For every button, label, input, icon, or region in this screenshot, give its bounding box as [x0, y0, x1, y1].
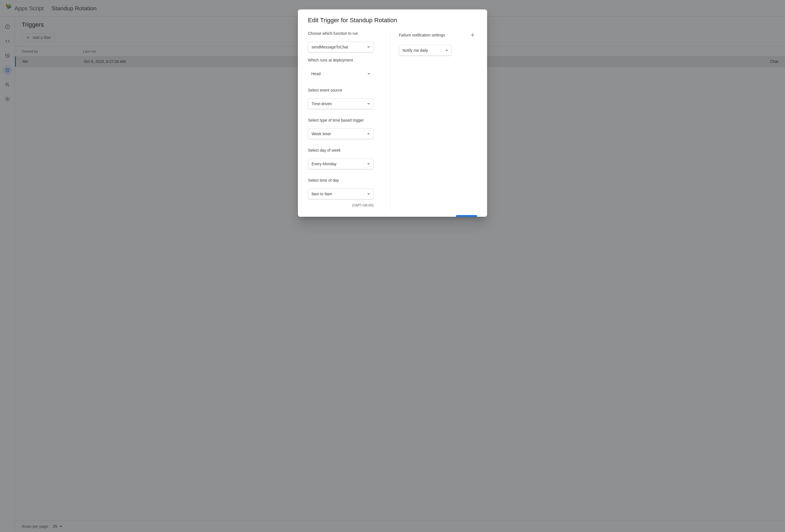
label-time-of-day: Select time of day [308, 178, 380, 182]
dialog-right-column: Failure notification settings Notify me … [390, 29, 479, 213]
select-failure-notification[interactable]: Notify me daily [399, 45, 452, 56]
app-root: Apps Script Standup Rotation [0, 0, 785, 532]
dropdown-arrow-icon [367, 194, 370, 195]
dialog-body[interactable]: Choose which function to run sendMessage… [298, 29, 484, 213]
dialog-actions [298, 213, 487, 217]
label-trigger-type: Select type of time based trigger [308, 118, 380, 122]
edit-trigger-dialog: Edit Trigger for Standup Rotation Choose… [298, 9, 487, 217]
select-function-to-run[interactable]: sendMessageToChat [308, 42, 374, 52]
select-trigger-type-value: Week timer [311, 132, 331, 136]
select-function-value: sendMessageToChat [311, 45, 348, 49]
select-event-source-value: Time-driven [311, 102, 332, 106]
label-failure-notification: Failure notification settings [399, 33, 445, 37]
dropdown-arrow-icon [367, 133, 370, 135]
save-button[interactable] [456, 215, 477, 217]
select-day-of-week[interactable]: Every Monday [308, 159, 374, 169]
label-function-to-run: Choose which function to run [308, 31, 380, 35]
add-notification-button[interactable] [469, 31, 477, 39]
dropdown-arrow-icon [367, 103, 370, 105]
select-day-of-week-value: Every Monday [311, 162, 336, 166]
label-deployment: Which runs at deployment [308, 58, 380, 62]
select-time-of-day[interactable]: 8am to 9am [308, 188, 374, 199]
select-time-of-day-value: 8am to 9am [311, 192, 332, 196]
timezone-hint: (GMT+08:00) [308, 203, 374, 207]
select-deployment[interactable]: Head [308, 69, 374, 79]
dropdown-arrow-icon [367, 163, 370, 165]
select-trigger-type[interactable]: Week timer [308, 129, 374, 139]
dialog-left-column: Choose which function to run sendMessage… [308, 29, 380, 213]
dialog-title: Edit Trigger for Standup Rotation [298, 9, 487, 29]
plus-icon [470, 32, 475, 37]
select-deployment-value: Head [311, 72, 321, 76]
select-failure-notification-value: Notify me daily [403, 48, 428, 53]
dropdown-arrow-icon [445, 50, 448, 51]
dropdown-arrow-icon [367, 47, 370, 48]
label-event-source: Select event source [308, 88, 380, 92]
dropdown-arrow-icon [368, 73, 370, 75]
select-event-source[interactable]: Time-driven [308, 99, 374, 109]
label-day-of-week: Select day of week [308, 148, 380, 152]
